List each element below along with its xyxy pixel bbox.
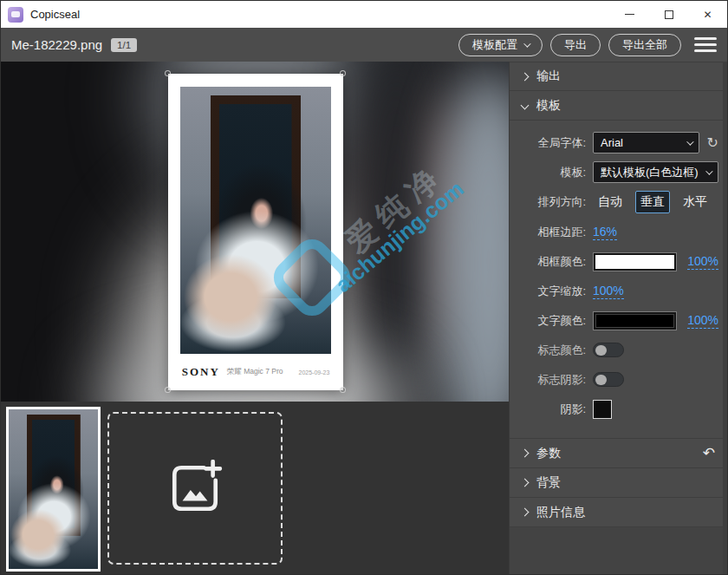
page-indicator-badge: 1/1 [111, 38, 137, 52]
template-panel-body: 全局字体: Arial ↻ 模板: 默认模板(白色边框) 排列方向: [510, 121, 727, 439]
photo-image [180, 87, 331, 354]
text-color-opacity[interactable]: 100% [687, 313, 718, 329]
card-handle-top-right[interactable] [340, 70, 346, 76]
logo-color-label: 标志颜色: [517, 343, 586, 358]
direction-segmented-control: 自动 垂直 水平 [593, 191, 712, 213]
panel-header-params[interactable]: 参数 ↶ [510, 439, 727, 468]
template-select-value: 默认模板(白色边框) [601, 165, 699, 180]
menu-icon[interactable] [694, 37, 717, 52]
chevron-down-icon [523, 40, 530, 47]
text-color-row: 文字颜色: 100% [517, 310, 718, 331]
card-handle-top-left[interactable] [165, 70, 171, 76]
close-icon: ✕ [703, 9, 712, 21]
global-font-row: 全局字体: Arial ↻ [517, 132, 718, 154]
text-color-label: 文字颜色: [517, 313, 586, 329]
titlebar: Copicseal ✕ [1, 1, 727, 28]
sidebar-scrollbar[interactable] [723, 62, 727, 575]
maximize-button[interactable] [649, 1, 688, 28]
refresh-fonts-icon[interactable]: ↻ [707, 134, 718, 151]
chevron-right-icon [521, 479, 530, 487]
panel-header-background[interactable]: 背景 [510, 468, 727, 498]
panel-output-label: 输出 [536, 69, 561, 84]
panel-photo-info-label: 照片信息 [536, 505, 585, 520]
frame-color-row: 相框颜色: 100% [517, 251, 718, 272]
export-all-label: 导出全部 [622, 37, 667, 53]
global-font-label: 全局字体: [517, 135, 586, 151]
chevron-right-icon [521, 72, 530, 81]
photo-thumbnail[interactable] [6, 407, 101, 572]
settings-sidebar: 输出 模板 全局字体: Arial ↻ 模板: [509, 62, 727, 575]
undo-icon[interactable]: ↶ [703, 446, 715, 461]
framed-photo-card[interactable]: SONY 荣耀 Magic 7 Pro 2025-09-23 [168, 74, 343, 390]
chevron-right-icon [521, 449, 530, 458]
close-button[interactable]: ✕ [688, 1, 727, 28]
panel-params-label: 参数 [536, 446, 561, 461]
logo-shadow-label: 标志阴影: [517, 372, 586, 388]
logo-shadow-toggle[interactable] [593, 372, 624, 387]
card-handle-bottom-right[interactable] [340, 387, 346, 393]
panel-template-label: 模板 [536, 98, 561, 114]
template-select-label: 模板: [517, 165, 586, 180]
filmstrip [1, 402, 509, 575]
logo-shadow-row: 标志阴影: [517, 369, 718, 390]
frame-margin-value[interactable]: 16% [593, 225, 617, 240]
chevron-down-icon [705, 167, 712, 174]
add-image-button[interactable] [107, 412, 283, 565]
current-filename: Me-182229.png [11, 37, 102, 52]
direction-option-vertical[interactable]: 垂直 [635, 191, 670, 213]
chevron-down-icon [521, 101, 530, 110]
shadow-color-swatch[interactable] [593, 400, 612, 419]
text-scale-label: 文字缩放: [517, 284, 586, 299]
shadow-label: 阴影: [517, 402, 586, 417]
minimize-button[interactable] [610, 1, 649, 28]
camera-model-text: 荣耀 Magic 7 Pro [227, 367, 283, 377]
frame-color-opacity[interactable]: 100% [687, 254, 718, 270]
brand-logo-text: SONY [182, 365, 220, 379]
frame-color-label: 相框颜色: [517, 254, 586, 270]
text-color-swatch[interactable] [593, 311, 677, 330]
direction-option-auto[interactable]: 自动 [593, 191, 627, 213]
panel-background-label: 背景 [536, 475, 561, 491]
workspace: SONY 荣耀 Magic 7 Pro 2025-09-23 爱纯净 aichu… [1, 62, 509, 575]
toolbar: Me-182229.png 1/1 模板配置 导出 导出全部 [1, 28, 727, 62]
frame-margin-row: 相框边距: 16% [517, 221, 718, 243]
photo-date-text: 2025-09-23 [299, 369, 330, 376]
template-config-button[interactable]: 模板配置 [458, 34, 543, 56]
frame-color-swatch[interactable] [593, 252, 677, 271]
panel-header-template[interactable]: 模板 [510, 91, 727, 121]
template-select-row: 模板: 默认模板(白色边框) [517, 161, 718, 183]
export-button[interactable]: 导出 [550, 34, 601, 56]
sidebar-empty-area [510, 527, 727, 575]
preview-canvas[interactable]: SONY 荣耀 Magic 7 Pro 2025-09-23 爱纯净 aichu… [1, 62, 509, 402]
text-scale-value[interactable]: 100% [593, 284, 624, 299]
chevron-right-icon [521, 508, 530, 517]
panel-header-output[interactable]: 输出 [510, 62, 727, 91]
app-window: Copicseal ✕ Me-182229.png 1/1 模板配置 导出 导出… [0, 0, 728, 575]
chevron-down-icon [686, 138, 693, 145]
thumbnail-image [9, 409, 98, 569]
export-all-button[interactable]: 导出全部 [608, 34, 681, 56]
logo-color-row: 标志颜色: [517, 339, 718, 361]
global-font-value: Arial [601, 136, 623, 149]
maximize-icon [665, 10, 673, 19]
frame-margin-label: 相框边距: [517, 225, 586, 240]
logo-color-toggle[interactable] [593, 343, 624, 357]
add-image-icon [166, 460, 224, 517]
app-icon [8, 7, 23, 23]
minimize-icon [625, 14, 634, 15]
global-font-select[interactable]: Arial [593, 132, 699, 154]
template-select[interactable]: 默认模板(白色边框) [593, 161, 718, 183]
card-handle-bottom-left[interactable] [165, 387, 171, 393]
toolbar-actions: 模板配置 导出 导出全部 [458, 34, 717, 56]
app-title: Copicseal [30, 8, 80, 21]
shadow-row: 阴影: [517, 398, 718, 420]
direction-row: 排列方向: 自动 垂直 水平 [517, 191, 718, 213]
template-config-label: 模板配置 [472, 37, 517, 53]
direction-option-horizontal[interactable]: 水平 [678, 191, 712, 213]
photo-caption: SONY 荣耀 Magic 7 Pro 2025-09-23 [168, 354, 343, 390]
export-label: 导出 [564, 37, 587, 53]
panel-header-photo-info[interactable]: 照片信息 [510, 498, 727, 527]
direction-label: 排列方向: [517, 194, 586, 210]
window-controls: ✕ [610, 1, 727, 28]
text-scale-row: 文字缩放: 100% [517, 280, 718, 302]
